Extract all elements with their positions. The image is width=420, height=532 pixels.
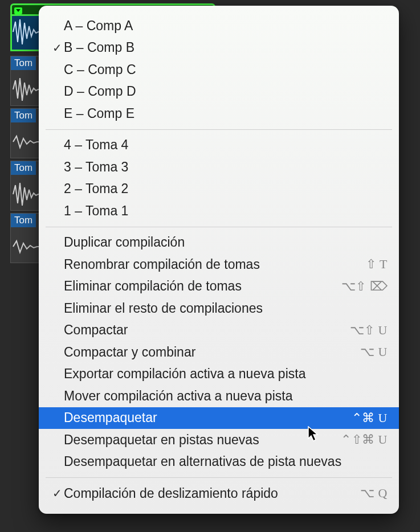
menu-item-unpack-new-tracks[interactable]: Desempaquetar en pistas nuevas ⌃⇧⌘ U bbox=[39, 429, 399, 451]
menu-item-toma-4[interactable]: 4 – Toma 4 bbox=[39, 134, 399, 157]
menu-item-label: Desempaquetar bbox=[64, 410, 352, 425]
take-lane-2-label: Tom bbox=[11, 109, 36, 122]
take-folder-toggle-icon[interactable] bbox=[14, 7, 22, 14]
take-lane-1-label: Tom bbox=[11, 56, 36, 70]
menu-item-shortcut: ⌃⌘ U bbox=[352, 411, 388, 425]
menu-item-comp-c[interactable]: C – Comp C bbox=[39, 59, 399, 81]
menu-item-comp-a[interactable]: A – Comp A bbox=[39, 15, 399, 37]
menu-item-toma-3[interactable]: 3 – Toma 3 bbox=[39, 156, 399, 178]
menu-item-label: 2 – Toma 2 bbox=[64, 181, 388, 197]
menu-item-label: Eliminar el resto de compilaciones bbox=[64, 301, 388, 316]
menu-item-label: Exportar compilación activa a nueva pist… bbox=[64, 366, 388, 382]
menu-item-shortcut: ⌥⇧ U bbox=[350, 323, 388, 338]
menu-item-delete-other-comps[interactable]: Eliminar el resto de compilaciones bbox=[39, 297, 399, 320]
menu-item-comp-e[interactable]: E – Comp E bbox=[39, 103, 399, 125]
menu-item-flatten[interactable]: Compactar ⌥⇧ U bbox=[39, 320, 399, 342]
menu-item-delete-comp[interactable]: Eliminar compilación de tomas ⌥⇧ ⌦ bbox=[39, 276, 399, 298]
menu-item-rename-comp[interactable]: Renombrar compilación de tomas ⇧ T bbox=[39, 253, 399, 276]
menu-separator bbox=[46, 227, 392, 227]
take-lane-3-label: Tom bbox=[11, 161, 36, 175]
waveform-icon bbox=[12, 76, 43, 103]
menu-item-export-active-comp[interactable]: Exportar compilación activa a nueva pist… bbox=[39, 363, 399, 386]
menu-item-label: Compilación de deslizamiento rápido bbox=[64, 486, 360, 501]
menu-item-label: 4 – Toma 4 bbox=[64, 137, 388, 153]
menu-item-move-active-comp[interactable]: Mover compilación activa a nueva pista bbox=[39, 385, 399, 407]
menu-item-toma-1[interactable]: 1 – Toma 1 bbox=[39, 200, 399, 222]
menu-item-label: 3 – Toma 3 bbox=[64, 159, 388, 175]
checkmark-icon: ✓ bbox=[50, 486, 64, 500]
menu-item-toma-2[interactable]: 2 – Toma 2 bbox=[39, 178, 399, 200]
menu-item-label: Desempaquetar en pistas nuevas bbox=[64, 432, 341, 448]
menu-item-duplicate-comp[interactable]: Duplicar compilación bbox=[39, 232, 399, 254]
take-lane-4-label: Tom bbox=[11, 214, 36, 227]
menu-item-unpack[interactable]: Desempaquetar ⌃⌘ U bbox=[39, 407, 399, 429]
menu-item-label: Mover compilación activa a nueva pista bbox=[64, 388, 388, 404]
menu-item-label: C – Comp C bbox=[64, 62, 388, 77]
take-folder-menu: A – Comp A ✓ B – Comp B C – Comp C D – C… bbox=[39, 6, 399, 514]
menu-item-label: Compactar y combinar bbox=[64, 345, 360, 360]
menu-item-shortcut: ⌥ Q bbox=[360, 486, 388, 501]
checkmark-icon: ✓ bbox=[50, 41, 64, 55]
menu-item-comp-d[interactable]: D – Comp D bbox=[39, 81, 399, 103]
waveform-icon bbox=[12, 181, 43, 208]
menu-item-label: Desempaquetar en alternativas de pista n… bbox=[64, 454, 388, 469]
menu-item-flatten-merge[interactable]: Compactar y combinar ⌥ U bbox=[39, 341, 399, 363]
menu-item-label: A – Comp A bbox=[64, 18, 388, 34]
menu-item-shortcut: ⌥⇧ ⌦ bbox=[341, 279, 388, 294]
menu-item-quick-swipe-comping[interactable]: ✓ Compilación de deslizamiento rápido ⌥ … bbox=[39, 482, 399, 505]
menu-separator bbox=[46, 129, 392, 130]
menu-item-label: D – Comp D bbox=[64, 84, 388, 99]
menu-item-label: Duplicar compilación bbox=[64, 235, 388, 250]
menu-item-label: B – Comp B bbox=[64, 40, 388, 55]
menu-item-shortcut: ⌃⇧⌘ U bbox=[341, 432, 388, 447]
menu-item-label: E – Comp E bbox=[64, 106, 388, 121]
menu-separator bbox=[46, 477, 392, 478]
menu-item-unpack-track-alternatives[interactable]: Desempaquetar en alternativas de pista n… bbox=[39, 451, 399, 473]
menu-item-label: Renombrar compilación de tomas bbox=[64, 257, 366, 272]
menu-item-shortcut: ⌥ U bbox=[360, 345, 388, 359]
waveform-icon bbox=[12, 128, 43, 155]
menu-item-shortcut: ⇧ T bbox=[366, 257, 388, 272]
menu-item-label: 1 – Toma 1 bbox=[64, 203, 388, 219]
waveform-icon bbox=[12, 233, 43, 260]
menu-item-comp-b[interactable]: ✓ B – Comp B bbox=[39, 37, 399, 59]
menu-item-label: Eliminar compilación de tomas bbox=[64, 279, 341, 294]
menu-item-label: Compactar bbox=[64, 322, 350, 338]
